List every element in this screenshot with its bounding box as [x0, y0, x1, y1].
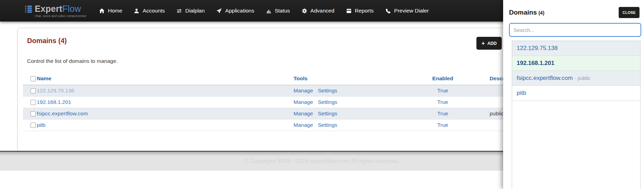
- domain-list-item-label: fsipcc.expertflow.com: [517, 75, 573, 81]
- enabled-value: True: [437, 122, 448, 128]
- checkbox-cell: [23, 97, 33, 108]
- name-cell: fsipcc.expertflow.com: [33, 108, 288, 120]
- nav-item-home[interactable]: Home: [99, 8, 122, 14]
- brand-grid-icon: [25, 4, 32, 13]
- checkbox-cell: [23, 85, 33, 97]
- search-input[interactable]: [509, 23, 641, 37]
- nav-item-label: Accounts: [143, 8, 165, 14]
- nav-menu: HomeAccountsDialplanApplicationsStatusAd…: [99, 8, 429, 14]
- nav-item-accounts[interactable]: Accounts: [134, 8, 165, 14]
- domain-list-item[interactable]: 122.129.75.138: [512, 41, 640, 56]
- checkbox-cell: [23, 120, 33, 131]
- name-cell: 192.168.1.201: [33, 97, 288, 108]
- nav-item-label: Applications: [225, 8, 254, 14]
- page-title: Domains (4): [27, 37, 67, 45]
- phone-icon: [385, 8, 391, 14]
- nav-item-status[interactable]: Status: [266, 8, 290, 14]
- paper-plane-icon: [216, 8, 222, 14]
- domain-list: 122.129.75.138192.168.1.201fsipcc.expert…: [512, 41, 641, 189]
- nav-item-label: Preview Dialer: [394, 8, 429, 14]
- domain-list-item[interactable]: pitb: [512, 86, 640, 101]
- domain-list-item[interactable]: 192.168.1.201: [512, 56, 640, 71]
- domain-list-item[interactable]: fsipcc.expertflow.com- public: [512, 71, 640, 86]
- page-description: Control the list of domains to manage.: [27, 58, 118, 64]
- domain-list-item-label: 122.129.75.138: [517, 45, 558, 51]
- settings-link[interactable]: Settings: [318, 122, 337, 128]
- row-checkbox[interactable]: [31, 111, 36, 116]
- manage-link[interactable]: Manage: [294, 122, 313, 128]
- nav-item-label: Advanced: [311, 8, 334, 14]
- nav-item-advanced[interactable]: Advanced: [302, 8, 334, 14]
- enabled-value: True: [437, 110, 448, 116]
- copyright-text: © Copyright 2008 - 2024 expertflow.com A…: [244, 158, 400, 165]
- nav-item-label: Home: [108, 8, 122, 14]
- nav-item-label: Status: [275, 8, 290, 14]
- manage-link[interactable]: Manage: [294, 110, 313, 116]
- home-icon: [99, 8, 105, 14]
- tools-cell: ManageSettings: [288, 97, 403, 108]
- row-checkbox[interactable]: [31, 123, 36, 128]
- column-header-name[interactable]: Name: [33, 74, 288, 85]
- nav-item-dialplan[interactable]: Dialplan: [176, 8, 205, 14]
- enabled-cell: True: [403, 97, 483, 108]
- panel-title-count: (4): [539, 10, 544, 16]
- enabled-cell: True: [403, 120, 483, 131]
- manage-link[interactable]: Manage: [294, 88, 313, 93]
- settings-link[interactable]: Settings: [318, 88, 337, 93]
- row-checkbox[interactable]: [31, 100, 36, 105]
- nav-item-preview-dialer[interactable]: Preview Dialer: [385, 8, 429, 14]
- domain-name-link[interactable]: pitb: [37, 122, 45, 128]
- settings-link[interactable]: Settings: [318, 99, 337, 105]
- domain-name-link[interactable]: fsipcc.expertflow.com: [37, 110, 88, 116]
- nav-item-label: Reports: [355, 8, 374, 14]
- description-value: public: [490, 110, 504, 116]
- column-header-tools[interactable]: Tools: [288, 74, 403, 85]
- tools-cell: ManageSettings: [288, 85, 403, 97]
- nav-item-label: Dialplan: [185, 8, 205, 14]
- panel-title-text: Domains: [509, 9, 537, 16]
- close-button[interactable]: CLOSE: [619, 7, 639, 18]
- tools-cell: ManageSettings: [288, 120, 403, 131]
- nav-item-applications[interactable]: Applications: [216, 8, 254, 14]
- domain-name-link[interactable]: 192.168.1.201: [37, 99, 71, 105]
- app-root: ExpertFlow chat, voice and video contact…: [0, 0, 644, 189]
- column-header-enabled[interactable]: Enabled: [403, 74, 483, 85]
- transfer-arrows-icon: [176, 8, 182, 14]
- brand-logo[interactable]: ExpertFlow chat, voice and video contact…: [25, 4, 86, 18]
- brand-name-secondary: Flow: [62, 4, 81, 14]
- row-checkbox[interactable]: [31, 88, 36, 93]
- add-button-label: ADD: [487, 41, 497, 46]
- nav-item-reports[interactable]: Reports: [346, 8, 374, 14]
- domain-list-item-label: pitb: [517, 90, 526, 96]
- enabled-cell: True: [403, 108, 483, 120]
- panel-header: Domains (4) CLOSE: [503, 0, 644, 18]
- plus-icon: +: [481, 40, 485, 46]
- settings-link[interactable]: Settings: [318, 110, 337, 116]
- add-button[interactable]: + ADD: [476, 37, 502, 50]
- gear-icon: [302, 8, 307, 14]
- tools-cell: ManageSettings: [288, 108, 403, 120]
- domain-name-link[interactable]: 122.129.75.138: [37, 88, 74, 93]
- brand-tagline: chat, voice and video contactcenter: [35, 14, 86, 18]
- name-cell: pitb: [33, 120, 288, 131]
- bar-chart-icon: [266, 8, 272, 14]
- checkbox-cell: [23, 108, 33, 120]
- brand-text: ExpertFlow chat, voice and video contact…: [35, 4, 86, 18]
- domain-list-item-label: 192.168.1.201: [517, 60, 554, 66]
- enabled-value: True: [437, 99, 448, 105]
- select-all-checkbox[interactable]: [31, 76, 36, 81]
- domain-list-item-suffix: - public: [575, 75, 591, 81]
- name-cell: 122.129.75.138: [33, 85, 288, 97]
- domains-side-panel: Domains (4) CLOSE 122.129.75.138192.168.…: [503, 0, 644, 189]
- address-book-icon: [346, 8, 352, 14]
- enabled-cell: True: [403, 85, 483, 97]
- user-icon: [134, 8, 139, 14]
- manage-link[interactable]: Manage: [294, 99, 313, 105]
- panel-title: Domains (4): [509, 9, 544, 16]
- enabled-value: True: [437, 88, 448, 93]
- brand-name-primary: Expert: [35, 4, 62, 14]
